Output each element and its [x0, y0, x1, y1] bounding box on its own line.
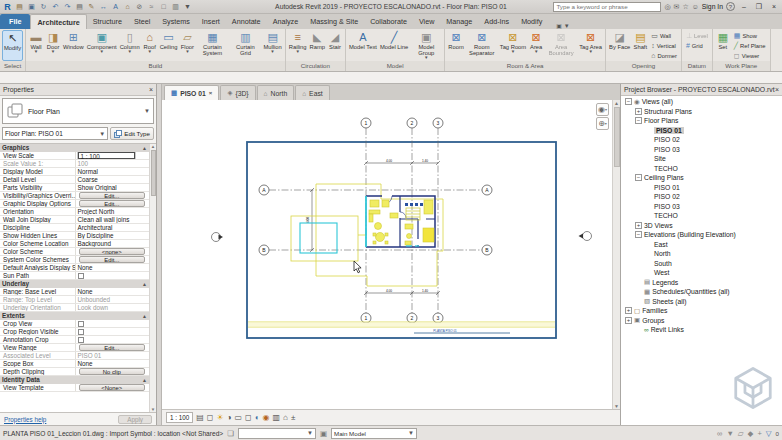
ribbon-tab-massing-site[interactable]: Massing & Site	[304, 14, 364, 29]
section-pin-icon[interactable]: ▲	[142, 144, 147, 152]
expand-icon[interactable]: +	[635, 222, 642, 229]
undo-icon[interactable]: ↶	[50, 1, 61, 12]
property-value[interactable]: Look down	[78, 304, 108, 311]
ramp-button[interactable]: ◣Ramp	[309, 30, 326, 61]
aligned-dimension-icon[interactable]: ↔	[98, 1, 109, 12]
modify-button[interactable]: ↖Modify	[2, 30, 23, 61]
tag-room-button[interactable]: ⊠Tag Room▼	[499, 30, 527, 61]
select-by-face-toggle-icon[interactable]: ◆	[748, 429, 754, 438]
property-value[interactable]: None	[78, 360, 93, 367]
garage-outline[interactable]	[300, 223, 337, 253]
reveal-hidden-elements-icon[interactable]: ◉	[263, 412, 270, 424]
system-color-schemes-button[interactable]: Edit...	[79, 256, 146, 263]
visibility-graphics-overri--button[interactable]: Edit...	[79, 192, 146, 199]
by-face-button[interactable]: ◪By Face	[608, 30, 631, 61]
ribbon-tab-view[interactable]: View	[413, 14, 440, 29]
user-icon[interactable]: ☺	[692, 3, 699, 11]
model-text-button[interactable]: AModel Text	[348, 30, 378, 61]
tag-area-button[interactable]: ⊠Tag Area▼	[578, 30, 603, 61]
ribbon-tab-structure[interactable]: Structure	[87, 14, 128, 29]
property-value[interactable]: By Discipline	[78, 232, 114, 239]
panel-label-select[interactable]: Select	[0, 61, 25, 71]
graphic-display-options-button[interactable]: Edit...	[79, 200, 146, 207]
tree-item-ceiling-plans[interactable]: −Ceiling Plans	[621, 173, 782, 183]
drawing-canvas[interactable]: 1 2 3 1 2 3 A A B B	[162, 100, 620, 409]
ribbon-tab-systems[interactable]: Systems	[156, 14, 196, 29]
door-button[interactable]: ◨Door▼	[45, 30, 61, 61]
select-links-toggle-icon[interactable]: ∞	[717, 429, 722, 438]
vertical-button[interactable]: ↕Vertical	[649, 41, 679, 50]
property-value[interactable]: Coarse	[78, 176, 98, 183]
curtain-system-button[interactable]: ▦Curtain System	[196, 30, 228, 61]
tree-item-views-all-[interactable]: −◉Views (all)	[621, 97, 782, 107]
steering-wheel-icon[interactable]: ◉▾	[596, 103, 609, 116]
tree-item-piso-02[interactable]: PISO 02	[621, 192, 782, 202]
curtain-grid-button[interactable]: ▥Curtain Grid	[229, 30, 261, 61]
shadows-icon[interactable]: ◑	[227, 412, 232, 424]
close-icon[interactable]: ×	[209, 90, 213, 96]
floor-button[interactable]: ▱Floor▼	[179, 30, 195, 61]
favorites-icon[interactable]: ☆	[682, 3, 688, 11]
section-header-underlay[interactable]: Underlay▲	[0, 280, 149, 288]
ceiling-button[interactable]: ▭Ceiling	[159, 30, 179, 61]
switch-windows-icon[interactable]: ▥	[170, 1, 181, 12]
thin-lines-icon[interactable]: ≈	[146, 1, 157, 12]
roof-button[interactable]: ⌂Roof▼	[142, 30, 158, 61]
worksets-icon[interactable]: ❏	[227, 429, 234, 438]
grid-lines[interactable]	[269, 128, 482, 313]
room-separator-button[interactable]: ⊠Room Separator	[466, 30, 498, 61]
close-hidden-windows-icon[interactable]: □	[158, 1, 169, 12]
scroll-up-icon[interactable]: ▲	[151, 144, 155, 149]
scale-button[interactable]: 1 : 100	[166, 412, 193, 423]
depth-clipping-button[interactable]: No clip	[79, 368, 146, 375]
color-scheme-button[interactable]: <none>	[79, 248, 146, 255]
tree-item-sheets-all-[interactable]: ▧Sheets (all)	[621, 297, 782, 307]
scrollbar-thumb[interactable]	[614, 107, 620, 167]
design-options-icon[interactable]: ▣	[320, 429, 327, 438]
instance-selector[interactable]: Floor Plan: PISO 01 ▼	[2, 127, 108, 140]
annotation-crop-checkbox[interactable]	[78, 337, 84, 343]
model-line-button[interactable]: ╱Model Line	[379, 30, 409, 61]
sign-in-button[interactable]: Sign In	[702, 3, 723, 10]
tree-item-site[interactable]: Site	[621, 154, 782, 164]
type-selector[interactable]: Floor Plan ▼	[2, 98, 154, 124]
property-value[interactable]: 100	[78, 160, 89, 167]
sun-path-icon[interactable]: ☀	[216, 412, 223, 424]
section-pin-icon[interactable]: ▲	[142, 280, 147, 288]
railing-button[interactable]: ≡Railing▼	[288, 30, 308, 61]
ribbon-tab-manage[interactable]: Manage	[440, 14, 478, 29]
tree-item-techo[interactable]: TECHO	[621, 164, 782, 174]
ribbon-tab-insert[interactable]: Insert	[196, 14, 226, 29]
worksets-dropdown[interactable]: ▼	[238, 428, 316, 439]
grid-button[interactable]: #Grid	[684, 41, 710, 50]
default-3d-view-icon[interactable]: ⌂	[122, 1, 133, 12]
drag-on-selection-icon[interactable]: +	[757, 429, 761, 438]
tree-item-piso-02[interactable]: PISO 02	[621, 135, 782, 145]
wall-button[interactable]: ▭Wall	[649, 31, 679, 40]
grid-bubbles[interactable]	[259, 118, 492, 323]
tree-item-groups[interactable]: +▣Groups	[621, 316, 782, 326]
view-template-button[interactable]: <None>	[79, 384, 146, 391]
help-search-icon[interactable]: ◎	[664, 3, 670, 11]
tree-item-piso-03[interactable]: PISO 03	[621, 145, 782, 155]
constraints-icon[interactable]: ±	[291, 412, 295, 424]
detail-level-icon[interactable]: ▤	[196, 412, 204, 424]
property-value[interactable]: Architectural	[78, 224, 113, 231]
redo-icon[interactable]: ↷	[62, 1, 73, 12]
view-tab--3d-[interactable]: ◈{3D}	[220, 85, 255, 100]
property-value[interactable]: Show Original	[78, 184, 117, 191]
ribbon-display-toggle-icon[interactable]: ▣ ▼	[552, 22, 573, 29]
tree-item-families[interactable]: +▢Families	[621, 306, 782, 316]
canvas-scrollbar[interactable]: ▲ ▼	[612, 100, 620, 409]
mullion-button[interactable]: ▤Mullion▼	[262, 30, 282, 61]
viewer-button[interactable]: ◻Viewer	[732, 51, 768, 60]
close-icon[interactable]: ×	[149, 86, 153, 93]
tree-item-south[interactable]: South	[621, 259, 782, 269]
tree-item-revit-links[interactable]: ∞Revit Links	[621, 325, 782, 335]
properties-help-link[interactable]: Properties help	[4, 416, 46, 423]
zoom-icon[interactable]: ⊕▾	[596, 117, 609, 130]
temporary-view-properties-icon[interactable]: ▥	[273, 412, 281, 424]
measure-icon[interactable]: ✎	[86, 1, 97, 12]
section-pin-icon[interactable]: ▲	[142, 312, 147, 320]
collapse-icon[interactable]: −	[635, 174, 642, 181]
